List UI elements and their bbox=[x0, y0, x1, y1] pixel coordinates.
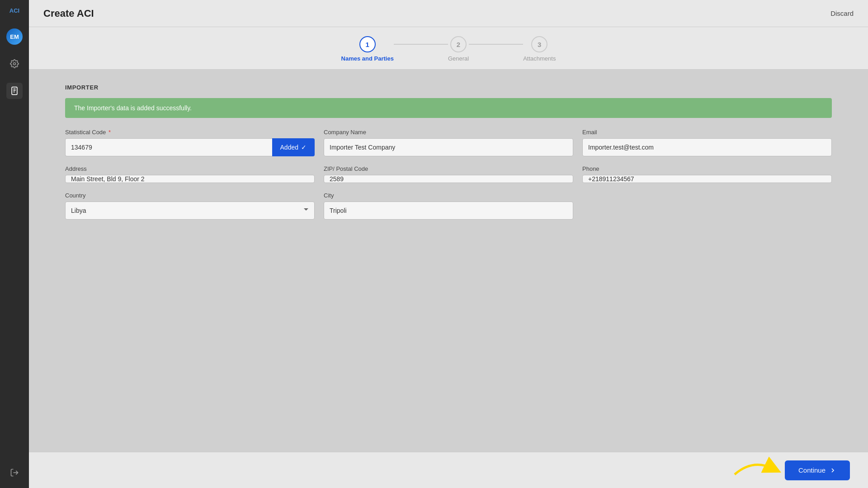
company-name-input[interactable] bbox=[324, 138, 573, 156]
step-2-label: General bbox=[448, 55, 469, 62]
step-1: 1 Names and Parties bbox=[341, 36, 394, 62]
statistical-code-input[interactable] bbox=[65, 138, 272, 156]
section-title: IMPORTER bbox=[65, 84, 832, 91]
country-select[interactable]: Libya bbox=[65, 202, 315, 220]
country-select-wrapper: Libya bbox=[65, 202, 315, 220]
sidebar: ACI EM bbox=[0, 0, 29, 488]
stepper-container: 1 Names and Parties 2 General 3 Attachme… bbox=[29, 27, 868, 70]
phone-input[interactable] bbox=[582, 175, 832, 183]
city-input[interactable] bbox=[324, 202, 573, 220]
empty-group bbox=[582, 192, 832, 220]
discard-button[interactable]: Discard bbox=[830, 9, 854, 17]
step-line-1 bbox=[394, 44, 448, 45]
step-3: 3 Attachments bbox=[523, 36, 556, 62]
zip-label: ZIP/ Postal Code bbox=[324, 165, 573, 172]
phone-label: Phone bbox=[582, 165, 832, 172]
svg-point-0 bbox=[14, 63, 16, 65]
email-label: Email bbox=[582, 129, 832, 136]
phone-group: Phone bbox=[582, 165, 832, 183]
step-line-2 bbox=[469, 44, 523, 45]
page-title: Create ACI bbox=[43, 8, 94, 19]
settings-icon[interactable] bbox=[6, 56, 23, 72]
topbar: Create ACI Discard bbox=[29, 0, 868, 27]
main-content: Create ACI Discard 1 Names and Parties 2… bbox=[29, 0, 868, 488]
step-2: 2 General bbox=[448, 36, 469, 62]
city-label: City bbox=[324, 192, 573, 199]
step-3-label: Attachments bbox=[523, 55, 556, 62]
zip-group: ZIP/ Postal Code bbox=[324, 165, 573, 183]
country-group: Country Libya bbox=[65, 192, 315, 220]
logout-icon[interactable] bbox=[6, 465, 23, 481]
address-label: Address bbox=[65, 165, 315, 172]
step-3-circle: 3 bbox=[531, 36, 547, 52]
zip-input[interactable] bbox=[324, 175, 573, 183]
app-logo: ACI bbox=[9, 7, 19, 14]
form-row-1: Statistical Code * Added ✓ Company Name bbox=[65, 129, 832, 156]
form-row-2: Address ZIP/ Postal Code Phone bbox=[65, 165, 832, 183]
address-input[interactable] bbox=[65, 175, 315, 183]
added-button[interactable]: Added ✓ bbox=[272, 138, 315, 156]
step-1-label: Names and Parties bbox=[341, 55, 394, 62]
address-group: Address bbox=[65, 165, 315, 183]
email-input[interactable] bbox=[582, 138, 832, 156]
documents-icon[interactable] bbox=[6, 83, 23, 99]
email-group: Email bbox=[582, 129, 832, 156]
city-group: City bbox=[324, 192, 573, 220]
bottom-bar: Continue bbox=[29, 452, 868, 488]
content-area: IMPORTER The Importer's data is added su… bbox=[29, 70, 868, 452]
company-name-label: Company Name bbox=[324, 129, 573, 136]
continue-button[interactable]: Continue bbox=[785, 460, 850, 480]
step-2-circle: 2 bbox=[450, 36, 467, 52]
company-name-group: Company Name bbox=[324, 129, 573, 156]
statistical-code-input-wrapper: Added ✓ bbox=[65, 138, 315, 156]
avatar[interactable]: EM bbox=[6, 28, 23, 45]
step-1-circle: 1 bbox=[359, 36, 376, 52]
arrow-indicator bbox=[726, 454, 784, 483]
success-banner: The Importer's data is added successfull… bbox=[65, 98, 832, 118]
statistical-code-group: Statistical Code * Added ✓ bbox=[65, 129, 315, 156]
country-label: Country bbox=[65, 192, 315, 199]
statistical-code-label: Statistical Code * bbox=[65, 129, 315, 136]
chevron-right-icon bbox=[829, 467, 836, 474]
form-grid: Statistical Code * Added ✓ Company Name bbox=[65, 129, 832, 220]
form-row-3: Country Libya City bbox=[65, 192, 832, 220]
stepper: 1 Names and Parties 2 General 3 Attachme… bbox=[341, 36, 556, 62]
